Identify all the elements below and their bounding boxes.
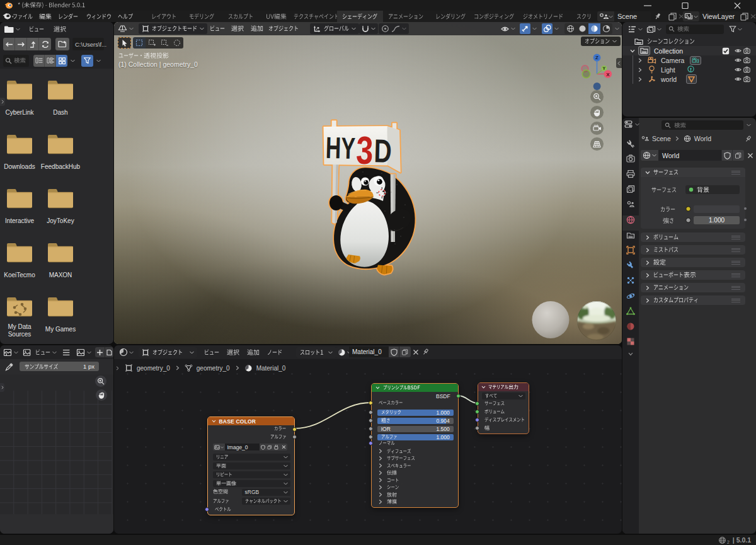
svg-text:D: D <box>374 132 392 169</box>
svg-text:X: X <box>606 72 610 77</box>
svg-text:3: 3 <box>355 129 374 173</box>
svg-text:Y: Y <box>603 66 606 71</box>
svg-text:Z: Z <box>595 55 598 60</box>
svg-text:HY: HY <box>325 131 355 165</box>
